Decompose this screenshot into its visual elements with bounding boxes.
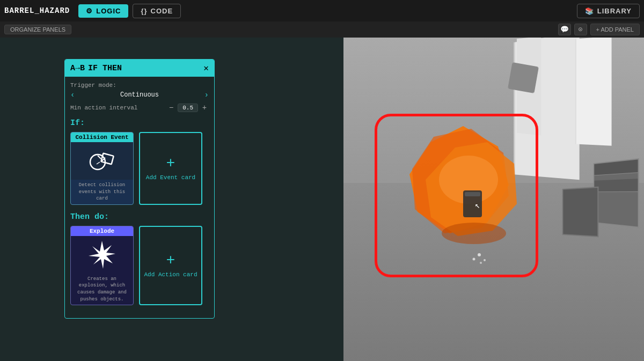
add-action-plus-icon: + [166,253,175,268]
svg-point-16 [480,262,482,264]
add-action-card-button[interactable]: + Add Action card [139,226,202,305]
gear-icon: ⚙ [86,7,93,15]
wall-element-2 [575,38,612,146]
scene-object-gear [508,62,539,93]
explode-icon [71,236,133,274]
svg-point-13 [478,253,481,256]
explode-action-desc: Creates an explosion, which causes damag… [71,274,133,305]
collision-event-card-header: Collision Event [71,132,133,142]
code-icon: {} [141,7,147,15]
add-event-plus-icon: + [166,156,175,171]
organize-panels-button[interactable]: ORGANIZE PANELS [4,25,71,34]
if-cards-row: Collision Event [70,132,209,205]
interval-controls: − 0.5 + [167,104,209,112]
svg-rect-12 [465,192,480,196]
if-section-label: If: [70,119,209,128]
panel-title: A→B IF THEN [70,64,122,73]
interval-label: Min action interval [70,105,137,111]
svg-rect-1 [101,153,113,165]
then-section-label: Then do: [70,212,209,222]
svg-point-15 [473,258,475,261]
left-panel: A→B IF THEN ✕ Trigger mode: ‹ Continuous… [0,38,343,361]
library-icon: 📚 [585,7,594,15]
tab-code[interactable]: {} CODE [133,4,181,18]
svg-point-10 [442,223,506,244]
scene-barrel-2 [562,187,599,237]
panel-body: Trigger mode: ‹ Continuous › Min action … [65,77,214,318]
explode-action-card[interactable]: Explode Creates an explosion, which caus… [70,226,134,305]
explode-action-card-header: Explode [71,226,133,236]
scene-barrel-1 [594,158,639,228]
if-then-panel: A→B IF THEN ✕ Trigger mode: ‹ Continuous… [64,59,215,319]
interval-value: 0.5 [178,104,198,112]
svg-point-14 [484,259,486,261]
add-panel-button[interactable]: + ADD PANEL [590,24,640,35]
tab-logic[interactable]: ⚙ LOGIC [78,4,128,18]
collision-icon [71,142,133,180]
tab-library-label: LIBRARY [597,7,632,15]
3d-viewport[interactable]: ↖ [343,38,644,361]
toolbar: ORGANIZE PANELS 💬 ⊙ + ADD PANEL [0,21,644,38]
svg-line-2 [98,156,101,159]
trigger-control: ‹ Continuous › [70,91,209,99]
ab-icon: A→B [70,64,85,73]
collision-event-card[interactable]: Collision Event [70,132,134,205]
then-cards-row: Explode Creates an explosion, which caus… [70,226,209,305]
tab-logic-label: LOGIC [96,7,121,15]
tab-code-label: CODE [151,7,173,15]
collision-event-desc: Detect collision events with this card [71,180,133,204]
interval-plus-button[interactable]: + [200,104,209,112]
panel-header: A→B IF THEN ✕ [65,60,214,77]
trigger-next-button[interactable]: › [204,91,209,99]
add-action-card-label: Add Action card [144,271,197,278]
target-icon-button[interactable]: ⊙ [574,24,587,35]
close-icon[interactable]: ✕ [203,63,209,73]
interval-row: Min action interval − 0.5 + [70,104,209,112]
chat-icon-button[interactable]: 💬 [558,24,571,35]
svg-marker-5 [89,241,115,269]
top-bar: BARREL_HAZARD ⚙ LOGIC {} CODE 📚 LIBRARY [0,0,644,21]
svg-line-4 [97,162,100,164]
trigger-prev-button[interactable]: ‹ [70,91,75,99]
trigger-mode-label: Trigger mode: [70,82,209,89]
panel-title-text: IF THEN [88,64,122,73]
interval-minus-button[interactable]: − [167,104,175,112]
add-event-card-button[interactable]: + Add Event card [139,132,202,205]
project-title: BARREL_HAZARD [4,6,70,15]
orange-barrel-object [380,115,546,284]
tab-library[interactable]: 📚 LIBRARY [577,4,640,18]
add-event-card-label: Add Event card [146,174,195,181]
toolbar-right: 💬 ⊙ + ADD PANEL [558,24,640,35]
main-container: A→B IF THEN ✕ Trigger mode: ‹ Continuous… [0,38,644,361]
trigger-value: Continuous [120,91,159,99]
